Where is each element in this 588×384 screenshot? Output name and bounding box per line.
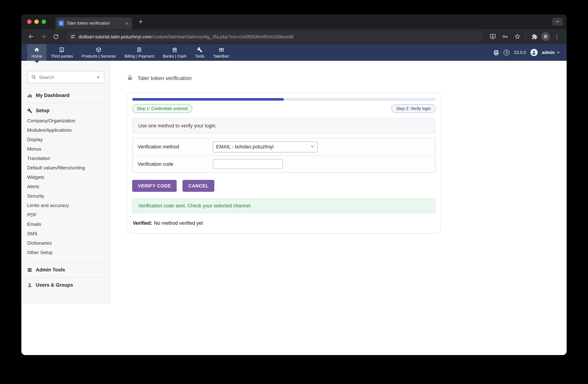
step1-badge: Step 1: Credentials entered [132,104,192,113]
sidebar-item-company-organization[interactable]: Company/Organization [27,116,104,126]
chevron-down-icon [555,20,560,24]
verify-code-button[interactable]: VERIFY CODE [132,180,177,192]
verification-method-select[interactable]: EMAIL - bohdan.potuzhnyi [213,141,317,152]
sidebar-label: Users & Groups [36,282,73,288]
wrench-icon [27,108,32,113]
sidebar-item-users-groups[interactable]: Users & Groups [27,282,104,288]
key-icon [502,33,508,40]
star-icon [514,33,521,40]
profile-avatar[interactable]: B [541,32,550,41]
verified-status: Verified:No method verified yet [133,221,436,226]
print-button[interactable] [493,49,500,56]
user-avatar[interactable] [530,49,538,56]
sidebar-item-my-dashboard[interactable]: My Dashboard [27,93,104,98]
tab-favicon: D [58,20,64,26]
back-icon [28,33,34,40]
install-app-button[interactable] [487,31,498,42]
nav-item-tools[interactable]: Tools [191,44,209,61]
app-navbar: Home Third parties Products | Services B… [21,44,567,61]
back-button[interactable] [26,31,37,42]
verification-code-input[interactable] [213,159,283,169]
tab-close-icon[interactable]: × [125,20,129,26]
sidebar: My Dashboard Setup Company/Organization … [21,61,110,303]
close-window-button[interactable] [27,20,32,24]
verification-code-label: Verification code [138,161,213,167]
sidebar-item-admin-tools[interactable]: Admin Tools [27,267,104,273]
progress-fill [132,98,284,101]
action-buttons: VERIFY CODE CANCEL [132,180,436,192]
nav-item-home[interactable]: Home [27,44,46,61]
cancel-button[interactable]: CANCEL [183,180,214,192]
address-bar[interactable]: dolibarr.tutorial.taler.potuzhnyi.com/cu… [65,31,483,42]
search-input[interactable] [39,74,93,80]
users-icon [27,283,32,287]
talerbarr-icon [218,47,224,52]
minimize-window-button[interactable] [34,20,39,24]
reload-button[interactable] [50,31,61,42]
user-icon [531,50,536,55]
sidebar-item-menus[interactable]: Menus [27,144,104,154]
user-menu[interactable]: admin [542,50,560,55]
sidebar-item-sms[interactable]: SMS [27,229,104,239]
sidebar-item-translation[interactable]: Translation [27,154,104,163]
tab-title: Taler token verification [67,21,122,26]
main-area: Taler token verification Step 1: Credent… [110,61,567,355]
sidebar-label: Setup [36,108,49,113]
verified-label: Verified: [133,221,152,226]
chevron-down-icon [556,51,560,54]
verification-method-select-wrap: EMAIL - bohdan.potuzhnyi [213,141,317,152]
help-button[interactable]: ? [504,50,510,55]
step2-badge: Step 2: Verify login [391,104,436,113]
verification-card: Step 1: Credentials entered Step 2: Veri… [127,93,441,233]
home-icon [34,47,40,52]
dashboard-chart-icon [27,93,32,98]
products-icon [96,47,102,52]
sidebar-search[interactable] [27,71,104,83]
sidebar-item-display[interactable]: Display [27,135,104,144]
sidebar-item-modules-applications[interactable]: Modules/Applications [27,126,104,135]
browser-toolbar: dolibarr.tutorial.taler.potuzhnyi.com/cu… [21,29,567,44]
step-badges: Step 1: Credentials entered Step 2: Veri… [132,104,436,113]
nav-label: Banks | Cash [163,54,187,58]
sidebar-item-widgets[interactable]: Widgets [27,173,104,182]
third-parties-icon [59,47,65,52]
navbar-right: ? 23.0.0 admin [493,44,567,61]
nav-item-banks-cash[interactable]: Banks | Cash [159,44,191,61]
password-manager-button[interactable] [500,31,510,42]
nav-item-billing-payment[interactable]: Billing | Payment [120,44,158,61]
sidebar-item-setup[interactable]: Setup [27,108,104,113]
tab-search-button[interactable] [552,18,563,26]
new-tab-button[interactable]: + [136,18,145,26]
page-content: My Dashboard Setup Company/Organization … [21,61,567,355]
traffic-lights [27,20,46,24]
sidebar-item-security[interactable]: Security [27,191,104,201]
sidebar-divider [27,262,104,263]
extensions-button[interactable] [529,31,540,42]
sidebar-item-emails[interactable]: Emails [27,220,104,229]
printer-icon [493,49,500,56]
sidebar-divider [27,103,104,103]
nav-item-products-services[interactable]: Products | Services [77,44,120,61]
site-info-icon[interactable] [70,34,76,40]
sidebar-item-other-setup[interactable]: Other Setup [27,248,104,257]
billing-icon [137,47,142,52]
forward-button[interactable] [38,31,49,42]
sidebar-label: My Dashboard [36,93,69,98]
nav-item-talerbarr[interactable]: TalerBarr [209,44,233,61]
zoom-window-button[interactable] [42,20,46,24]
sidebar-item-alerts[interactable]: Alerts [27,182,104,191]
form-row-method: Verification method EMAIL - bohdan.potuz… [132,138,435,155]
browser-menu-button[interactable]: ⋮ [551,31,562,42]
sidebar-item-dictionaries[interactable]: Dictionaries [27,239,104,248]
sidebar-item-limits-accuracy[interactable]: Limits and accuracy [27,201,104,210]
sidebar-item-pdf[interactable]: PDF [27,210,104,220]
sidebar-item-default-values[interactable]: Default values/filters/sorting [27,163,104,173]
bookmark-button[interactable] [512,31,523,42]
verification-method-label: Verification method [138,144,213,149]
setup-menu-list: Company/Organization Modules/Application… [27,116,104,257]
nav-item-third-parties[interactable]: Third parties [46,44,77,61]
chevron-down-icon[interactable] [96,75,100,79]
forward-icon [40,33,47,40]
browser-tab[interactable]: D Taler token verification × [55,17,132,29]
nav-label: Tools [195,54,204,58]
